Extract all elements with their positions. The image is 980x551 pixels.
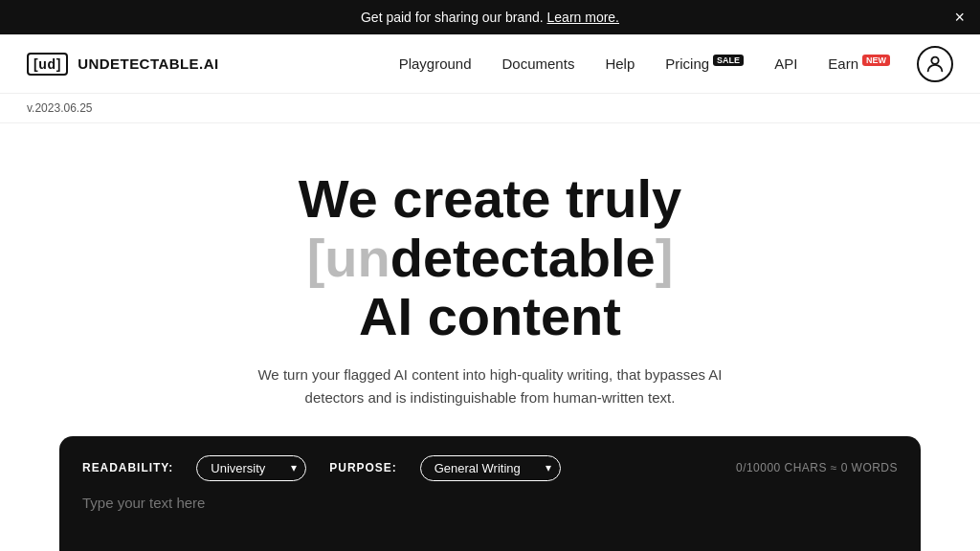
- panel-controls: READABILITY: High School University Doct…: [82, 455, 898, 481]
- purpose-select[interactable]: General Writing Essay Article Marketing …: [420, 455, 561, 481]
- hero-subtitle: We turn your flagged AI content into hig…: [251, 364, 729, 409]
- nav-link-documents[interactable]: Documents: [502, 55, 575, 72]
- logo-bracket: [ud]: [27, 53, 68, 76]
- banner-link[interactable]: Learn more.: [547, 10, 619, 25]
- nav-item-pricing[interactable]: PricingSALE: [665, 55, 744, 73]
- readability-label: READABILITY:: [82, 461, 173, 474]
- hero-title-line3: AI content: [19, 287, 961, 346]
- purpose-label: PURPOSE:: [329, 461, 396, 474]
- editor-panel: READABILITY: High School University Doct…: [59, 436, 921, 551]
- navbar: [ud] UNDETECTABLE.AI Playground Document…: [0, 34, 980, 94]
- version-bar: v.2023.06.25: [0, 94, 980, 123]
- hero-section: We create truly [undetectable] AI conten…: [0, 123, 980, 551]
- hero-line2-prefix: [un: [307, 228, 390, 288]
- svg-point-0: [931, 56, 938, 63]
- hero-title-line2: [undetectable]: [19, 229, 961, 288]
- chars-display: 0/10000 CHARS ≈ 0 WORDS: [736, 461, 898, 474]
- nav-link-help[interactable]: Help: [605, 55, 635, 72]
- hero-line2-suffix: ]: [656, 228, 674, 288]
- nav-link-playground[interactable]: Playground: [399, 55, 472, 72]
- readability-select[interactable]: High School University Doctorate Journal…: [196, 455, 306, 481]
- nav-logo[interactable]: [ud] UNDETECTABLE.AI: [27, 53, 219, 76]
- nav-item-playground[interactable]: Playground: [399, 55, 472, 73]
- banner-close-button[interactable]: ×: [954, 9, 965, 26]
- new-badge: NEW: [862, 55, 890, 66]
- nav-links: Playground Documents Help PricingSALE AP…: [399, 55, 890, 73]
- purpose-select-wrapper[interactable]: General Writing Essay Article Marketing …: [420, 455, 561, 481]
- nav-item-documents[interactable]: Documents: [502, 55, 575, 73]
- hero-line2-highlight: detectable: [390, 228, 656, 288]
- nav-item-earn[interactable]: EarnNEW: [828, 55, 890, 73]
- version-text: v.2023.06.25: [27, 101, 93, 115]
- nav-item-help[interactable]: Help: [605, 55, 635, 73]
- banner-text: Get paid for sharing our brand.: [361, 10, 544, 25]
- nav-link-api[interactable]: API: [774, 55, 797, 72]
- user-icon: [924, 54, 946, 75]
- user-avatar[interactable]: [917, 46, 953, 82]
- top-banner: Get paid for sharing our brand. Learn mo…: [0, 0, 980, 34]
- readability-select-wrapper[interactable]: High School University Doctorate Journal…: [196, 455, 306, 481]
- logo-text: UNDETECTABLE.AI: [78, 55, 218, 72]
- hero-title-line1: We create truly: [19, 169, 961, 229]
- nav-item-api[interactable]: API: [774, 55, 797, 73]
- nav-link-earn[interactable]: EarnNEW: [828, 55, 890, 72]
- text-input[interactable]: [82, 495, 898, 551]
- sale-badge: SALE: [713, 55, 744, 66]
- nav-link-pricing[interactable]: PricingSALE: [665, 55, 744, 72]
